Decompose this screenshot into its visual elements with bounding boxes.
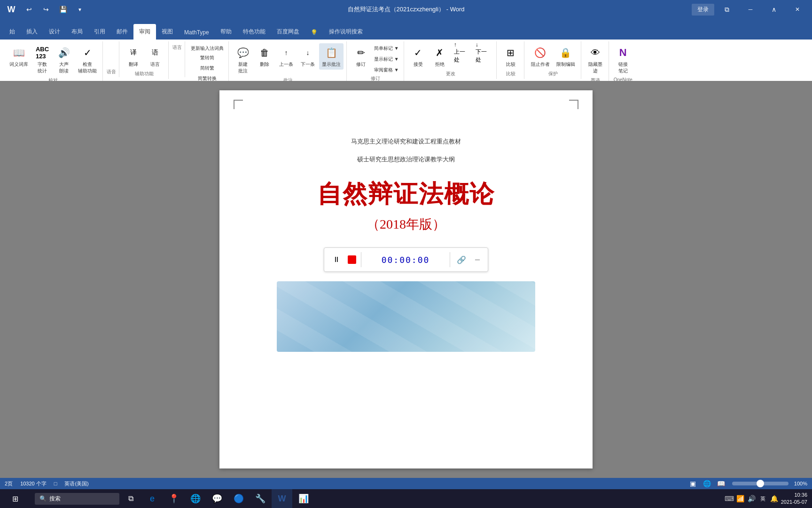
next-change-btn[interactable]: ↓下一处 (473, 43, 493, 62)
doc-main-title: 自然辩证法概论 (257, 178, 555, 211)
next-comment-btn[interactable]: ↓ 下一条 (297, 43, 318, 70)
trad-simp-btn[interactable]: 繁转简 (196, 53, 219, 62)
tab-insert[interactable]: 插入 (21, 24, 43, 40)
ribbon-collapse-btn[interactable]: ∧ (763, 0, 785, 19)
page-indicator: 2页 (5, 480, 13, 487)
read-aloud-label: 大声朗读 (59, 61, 69, 74)
review-pane-btn[interactable]: 审阅窗格 ▼ (372, 65, 401, 74)
block-authors-icon: 🚫 (533, 45, 548, 60)
document-area[interactable]: 马克思主义理论研究和建设工程重点教材 硕士研究生思想政治理论课教学大纲 自然辩证… (0, 81, 812, 478)
tab-view[interactable]: 视图 (156, 24, 179, 40)
restore-down-btn[interactable]: ⧉ (716, 0, 738, 19)
tab-mathtype[interactable]: MathType (179, 25, 215, 40)
track-changes-btn[interactable]: ✏ 修订 (351, 43, 371, 70)
recording-minimize-btn[interactable]: ─ (473, 255, 482, 264)
restrict-editing-btn[interactable]: 🔒 限制编辑 (554, 43, 578, 70)
login-button[interactable]: 登录 (692, 4, 714, 16)
tab-operation-search[interactable]: 操作说明搜索 (323, 24, 368, 40)
taskbar-edge2[interactable]: 🌐 (185, 489, 206, 508)
trad-to-simp-btn[interactable]: 更新输入法词典 (189, 43, 226, 53)
delete-comment-btn[interactable]: 🗑 删除 (254, 43, 275, 70)
taskbar-google-maps[interactable]: 📍 (164, 489, 184, 508)
qat-dropdown[interactable]: ▼ (73, 3, 86, 16)
compare-icon: ⊞ (503, 45, 518, 60)
translate-btn[interactable]: 译 翻译 (123, 43, 144, 70)
language-group-label: 语言 (172, 44, 182, 51)
recording-link-btn[interactable]: 🔗 (455, 253, 468, 266)
taskbar-wechat[interactable]: 💬 (207, 489, 227, 508)
start-button[interactable]: ⊞ (5, 489, 25, 508)
minimize-btn[interactable]: ─ (740, 0, 761, 19)
tab-home[interactable]: 始 (4, 24, 21, 40)
undo-btn[interactable]: ↩ (23, 3, 36, 16)
ribbon-group-changes: ✓ 接受 ✗ 拒绝 ↑上一处 ↓下一处 更改 (405, 41, 497, 79)
search-placeholder: 搜索 (49, 495, 61, 503)
read-aloud-btn[interactable]: 🔊 大声朗读 (54, 43, 74, 76)
document-image (277, 281, 535, 352)
show-comments-btn[interactable]: 📋 显示批注 (319, 43, 344, 70)
network-icon[interactable]: 📶 (736, 494, 745, 503)
corner-mark-top-left (234, 100, 243, 109)
hide-ink-btn[interactable]: 👁 隐藏墨迹 (585, 43, 606, 76)
rec-divider (361, 252, 361, 267)
tab-review[interactable]: 审阅 (133, 24, 156, 40)
block-authors-btn[interactable]: 🚫 阻止作者 (528, 43, 553, 70)
recording-pause-btn[interactable]: ⏸ (330, 253, 343, 266)
quick-save-btn[interactable]: 💾 (56, 3, 70, 16)
doc-subtitle-1: 马克思主义理论研究和建设工程重点教材 (257, 137, 555, 146)
taskbar-chrome[interactable]: 🔵 (228, 489, 249, 508)
recording-stop-btn[interactable] (348, 255, 356, 264)
document-page: 马克思主义理论研究和建设工程重点教材 硕士研究生思想政治理论课教学大纲 自然辩证… (219, 90, 593, 468)
delete-comment-label: 删除 (260, 61, 269, 68)
titlebar-left: W ↩ ↪ 💾 ▼ (0, 2, 86, 17)
volume-icon[interactable]: 🔊 (747, 494, 757, 503)
simple-markup-btn[interactable]: 简单标记 ▼ (372, 43, 401, 53)
web-layout-btn[interactable]: 🌐 (702, 478, 712, 489)
tab-mail[interactable]: 邮件 (111, 24, 133, 40)
update-input-label: 更新输入法词典 (191, 45, 224, 52)
taskbar-search[interactable]: 🔍 搜索 (35, 493, 119, 505)
accessibility-label: 检查辅助功能 (78, 61, 97, 74)
prev-change-btn[interactable]: ↑上一处 (451, 43, 472, 62)
language-btn[interactable]: 语 语言 (145, 43, 165, 70)
tab-special[interactable]: 特色功能 (237, 24, 271, 40)
accept-btn[interactable]: ✓ 接受 (408, 43, 429, 70)
zoom-slider[interactable] (732, 482, 789, 485)
taskbar-word[interactable]: W (272, 489, 292, 508)
accessibility-btn[interactable]: ✓ 检查辅助功能 (75, 43, 100, 76)
lang-switch[interactable]: 英 (758, 494, 768, 503)
system-clock[interactable]: 10:36 2021-05-07 (781, 492, 807, 506)
recording-toolbar: ⏸ 00:00:00 🔗 ─ (324, 247, 488, 272)
simp-trad-btn[interactable]: 简转繁 (196, 63, 219, 72)
keyboard-icon[interactable]: ⌨ (725, 494, 734, 503)
print-layout-btn[interactable]: ▣ (688, 478, 698, 489)
read-mode-btn[interactable]: 📖 (716, 478, 726, 489)
close-btn[interactable]: ✕ (787, 0, 808, 19)
taskbar-edge[interactable]: e (142, 489, 163, 508)
language-indicator: □ (54, 481, 57, 486)
taskbar-ppt[interactable]: 📊 (293, 489, 314, 508)
wordcount-btn[interactable]: ABC123 字数统计 (32, 43, 53, 76)
prev-comment-btn[interactable]: ↑ 上一条 (276, 43, 297, 70)
show-markup-btn[interactable]: 显示标记 ▼ (372, 54, 401, 64)
accessibility-group-label: 辅助功能 (135, 71, 154, 77)
tab-help[interactable]: 帮助 (215, 24, 237, 40)
tab-layout[interactable]: 布局 (66, 24, 88, 40)
reject-btn[interactable]: ✗ 拒绝 (429, 43, 450, 70)
taskbar-app6[interactable]: 🔧 (250, 489, 271, 508)
tab-baidu[interactable]: 百度网盘 (271, 24, 305, 40)
tab-search-icon[interactable]: 💡 (305, 25, 323, 40)
hide-ink-label: 隐藏墨迹 (588, 61, 602, 74)
redo-btn[interactable]: ↪ (39, 3, 53, 16)
notification-icon[interactable]: 🔔 (770, 494, 779, 503)
task-view-btn[interactable]: ⧉ (120, 489, 141, 508)
zoom-slider-thumb (757, 480, 764, 487)
compare-btn[interactable]: ⊞ 比较 (500, 43, 521, 70)
translate-label: 翻译 (129, 61, 138, 68)
tab-design[interactable]: 设计 (43, 24, 66, 40)
tab-references[interactable]: 引用 (88, 24, 111, 40)
new-comment-btn[interactable]: 💬 新建批注 (233, 43, 253, 76)
thesaurus-btn[interactable]: 📖 词义词库 (7, 43, 31, 70)
linked-notes-btn[interactable]: N 链接笔记 (613, 43, 633, 76)
thesaurus-label: 词义词库 (9, 61, 28, 68)
